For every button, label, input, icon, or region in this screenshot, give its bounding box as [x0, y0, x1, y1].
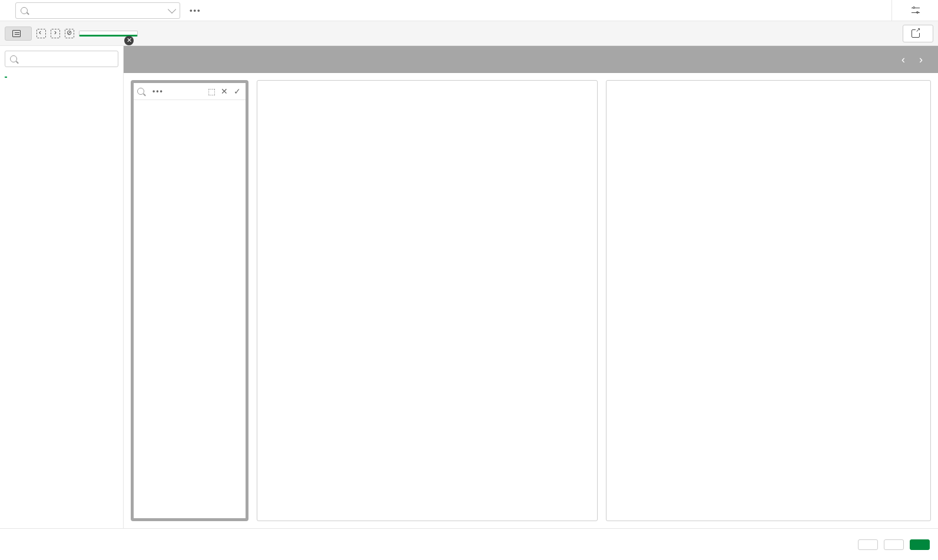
feature-panel-header: ••• ⬚ ✕ ✓ [134, 83, 246, 100]
divider [891, 0, 892, 21]
sliders-icon [911, 6, 920, 15]
footer [0, 528, 938, 560]
next-sheet-icon[interactable]: › [913, 52, 929, 67]
distribution-chart-card [606, 80, 931, 521]
search-icon [21, 7, 28, 14]
close-icon[interactable]: ✕ [124, 36, 134, 45]
predictions-chart[interactable] [264, 91, 590, 510]
export-data-button[interactable] [903, 25, 933, 42]
sheet-panel [0, 46, 124, 528]
predictions-chart-card [257, 80, 598, 521]
lasso-icon[interactable]: ⬚ [207, 87, 216, 96]
distribution-chart[interactable] [614, 91, 923, 513]
model-search-combo[interactable] [15, 2, 180, 19]
feature-filter-panel: ••• ⬚ ✕ ✓ [131, 80, 248, 521]
selection-back-icon[interactable] [37, 29, 46, 38]
sheet-toolbar: ✕ [0, 21, 938, 46]
sheet-icon [12, 30, 21, 37]
more-icon[interactable]: ••• [153, 87, 164, 95]
feature-list [134, 100, 246, 518]
view-configuration-button[interactable] [910, 539, 930, 550]
sheet-group-label[interactable] [5, 72, 7, 78]
main-area: ‹ › ••• ⬚ ✕ ✓ [0, 46, 938, 528]
search-icon [10, 55, 17, 62]
more-actions-icon[interactable]: ••• [190, 6, 201, 15]
model-search-input[interactable] [31, 5, 165, 15]
stage-header: ‹ › [124, 46, 938, 73]
chevron-down-icon[interactable] [168, 5, 176, 13]
view-configuration-link[interactable] [903, 6, 933, 15]
close-icon[interactable]: ✕ [220, 87, 229, 96]
selection-pill[interactable]: ✕ [79, 31, 138, 37]
confirm-icon[interactable]: ✓ [233, 87, 242, 96]
deploy-button[interactable] [884, 539, 904, 550]
prev-sheet-icon[interactable]: ‹ [896, 52, 911, 67]
selection-clear-icon[interactable] [65, 29, 74, 38]
sheet-search[interactable] [5, 51, 118, 67]
top-navbar: ••• [0, 0, 938, 21]
export-icon [912, 29, 920, 38]
search-icon[interactable] [137, 88, 144, 95]
stage: ‹ › ••• ⬚ ✕ ✓ [124, 46, 938, 528]
selection-forward-icon[interactable] [51, 29, 60, 38]
sheet-search-input[interactable] [21, 54, 113, 64]
delete-button[interactable] [858, 539, 878, 550]
stage-body: ••• ⬚ ✕ ✓ [124, 73, 938, 528]
sheets-button[interactable] [5, 26, 32, 41]
